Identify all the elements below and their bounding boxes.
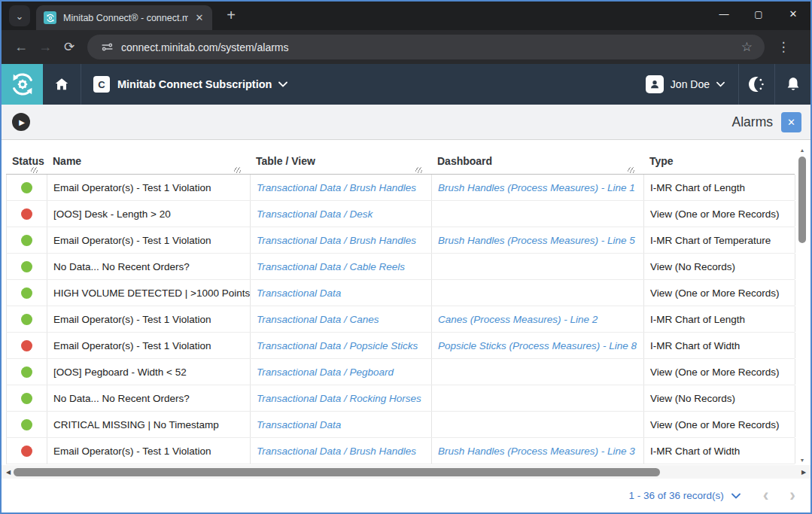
url-text[interactable]: connect.minitab.com/system/alarms [121, 41, 741, 53]
user-menu[interactable]: Jon Doe [632, 64, 738, 105]
column-header-name[interactable]: Name [47, 155, 250, 174]
alarm-name: Email Operator(s) - Test 1 Violation [53, 235, 211, 246]
dashboard-link[interactable]: Canes (Process Measures) - Line 2 [438, 314, 598, 325]
status-dot [21, 261, 32, 272]
table-row[interactable]: No Data... No Recent Orders? Transaction… [6, 254, 795, 280]
table-view-link[interactable]: Transactional Data [257, 419, 341, 430]
table-header-row: Status Name Table / View Dashboard Type [6, 140, 795, 175]
maximize-button[interactable]: ▢ [741, 2, 776, 26]
alarm-type: I-MR Chart of Width [650, 446, 740, 457]
play-icon: ▶ [19, 118, 25, 126]
previous-page-button[interactable]: ‹ [763, 487, 769, 504]
column-resize-handle[interactable] [415, 167, 422, 173]
table-row[interactable]: Email Operator(s) - Test 1 Violation Tra… [6, 175, 795, 201]
run-button[interactable]: ▶ [12, 113, 30, 131]
forward-button[interactable]: → [33, 35, 57, 59]
bookmark-star-icon[interactable]: ☆ [741, 39, 753, 55]
table-view-link[interactable]: Transactional Data / Brush Handles [257, 235, 416, 246]
column-resize-handle[interactable] [31, 167, 38, 173]
status-dot [21, 314, 32, 325]
new-tab-button[interactable]: + [221, 7, 241, 24]
alarm-type: View (One or More Records) [650, 419, 780, 430]
alarm-name: No Data... No Recent Orders? [53, 261, 190, 272]
pagination-bar: 1 - 36 of 36 record(s) ‹ › [2, 479, 810, 512]
next-page-button[interactable]: › [789, 487, 795, 504]
home-icon [53, 76, 70, 93]
reload-button[interactable]: ⟳ [57, 35, 81, 59]
page-title: Alarms [732, 114, 773, 130]
status-dot [21, 287, 32, 299]
browser-tab[interactable]: Minitab Connect® - connect.mi ✕ [36, 5, 212, 30]
status-dot [21, 208, 32, 220]
back-button[interactable]: ← [9, 35, 33, 59]
table-view-link[interactable]: Transactional Data / Brush Handles [257, 446, 416, 457]
table-view-link[interactable]: Transactional Data / Rocking Horses [257, 393, 421, 404]
alarm-type: View (One or More Records) [650, 208, 780, 220]
table-view-link[interactable]: Transactional Data / Cable Reels [257, 261, 405, 272]
column-header-table-view[interactable]: Table / View [250, 155, 431, 174]
chevron-down-icon [278, 81, 287, 87]
panel-close-button[interactable]: ✕ [781, 112, 801, 132]
table-view-link[interactable]: Transactional Data / Pegboard [257, 366, 394, 378]
table-row[interactable]: Email Operator(s) - Test 1 Violation Tra… [6, 333, 795, 359]
status-dot [21, 235, 32, 246]
scroll-left-icon[interactable]: ◀ [3, 465, 14, 479]
table-body: Email Operator(s) - Test 1 Violation Tra… [6, 175, 795, 464]
column-resize-handle[interactable] [628, 167, 634, 173]
records-count[interactable]: 1 - 36 of 36 record(s) [629, 490, 724, 501]
vertical-scrollbar-thumb[interactable] [798, 157, 806, 243]
vertical-scrollbar[interactable]: ▲ ▼ [797, 146, 807, 465]
chevron-down-icon: ⌄ [16, 11, 24, 22]
dashboard-link[interactable]: Brush Handles (Process Measures) - Line … [438, 182, 635, 193]
table-row[interactable]: Email Operator(s) - Test 1 Violation Tra… [6, 306, 795, 333]
table-view-link[interactable]: Transactional Data / Brush Handles [257, 182, 416, 193]
table-row[interactable]: Email Operator(s) - Test 1 Violation Tra… [6, 227, 795, 254]
url-bar[interactable]: connect.minitab.com/system/alarms ☆ [87, 35, 765, 59]
horizontal-scrollbar[interactable]: ◀ ▶ [2, 465, 810, 479]
tab-search-button[interactable]: ⌄ [9, 5, 30, 26]
table-view-link[interactable]: Transactional Data / Desk [257, 208, 373, 220]
schedule-button[interactable] [739, 64, 774, 105]
home-button[interactable] [43, 64, 81, 105]
column-header-status[interactable]: Status [6, 155, 47, 174]
user-avatar-icon [646, 75, 664, 93]
status-dot [21, 340, 32, 351]
close-icon: ✕ [787, 117, 795, 128]
subscription-selector[interactable]: C Minitab Connect Subscription [81, 64, 300, 105]
scroll-down-icon[interactable]: ▼ [797, 456, 807, 465]
table-row[interactable]: Email Operator(s) - Test 1 Violation Tra… [6, 438, 795, 464]
table-row[interactable]: HIGH VOLUME DETECTED | >1000 Points Tran… [6, 280, 795, 306]
panel-toolbar: ▶ Alarms ✕ [2, 105, 810, 140]
window-close-button[interactable]: ✕ [776, 2, 810, 26]
table-row[interactable]: CRITICAL MISSING | No Timestamp Transact… [6, 412, 795, 438]
window-controls: — ▢ ✕ [707, 2, 810, 26]
moon-clock-icon [747, 75, 767, 94]
alarm-name: Email Operator(s) - Test 1 Violation [53, 340, 211, 351]
table-row[interactable]: No Data... No Recent Orders? Transaction… [6, 385, 795, 412]
browser-menu-icon[interactable]: ⋮ [772, 39, 795, 55]
dashboard-link[interactable]: Brush Handles (Process Measures) - Line … [438, 446, 635, 457]
column-header-type[interactable]: Type [643, 155, 795, 174]
table-view-link[interactable]: Transactional Data / Canes [257, 314, 379, 325]
horizontal-scrollbar-thumb[interactable] [14, 468, 660, 476]
user-name: Jon Doe [671, 78, 710, 90]
minimize-button[interactable]: — [707, 2, 741, 26]
dashboard-link[interactable]: Brush Handles (Process Measures) - Line … [438, 235, 635, 246]
scroll-up-icon[interactable]: ▲ [797, 146, 807, 155]
page-size-dropdown[interactable] [731, 493, 741, 499]
scroll-right-icon[interactable]: ▶ [798, 465, 809, 479]
column-resize-handle[interactable] [234, 167, 241, 173]
alarm-type: View (No Records) [650, 261, 735, 272]
table-view-link[interactable]: Transactional Data / Popsicle Sticks [257, 340, 418, 351]
notifications-button[interactable] [775, 64, 810, 105]
minitab-connect-logo-icon[interactable] [2, 64, 43, 105]
subscription-badge: C [93, 76, 110, 93]
table-row[interactable]: [OOS] Pegboard - Width < 52 Transactiona… [6, 359, 795, 385]
tab-close-icon[interactable]: ✕ [193, 11, 206, 25]
dashboard-link[interactable]: Popsicle Sticks (Process Measures) - Lin… [438, 340, 637, 351]
site-settings-icon[interactable] [101, 41, 114, 53]
table-row[interactable]: [OOS] Desk - Length > 20 Transactional D… [6, 201, 795, 227]
table-view-link[interactable]: Transactional Data [257, 287, 341, 299]
column-header-dashboard[interactable]: Dashboard [431, 155, 643, 174]
browser-titlebar: ⌄ Minitab Connect® - connect.mi ✕ + — ▢ [2, 2, 810, 30]
